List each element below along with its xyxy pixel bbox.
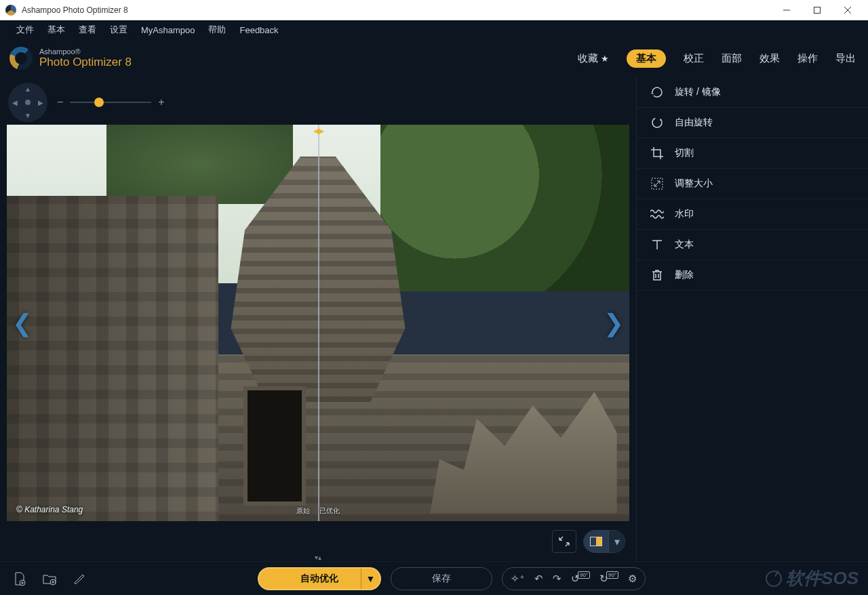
minimize-button[interactable] bbox=[771, 1, 802, 20]
chevron-down-icon: ▼ bbox=[24, 112, 31, 119]
window-title-bar: Ashampoo Photo Optimizer 8 bbox=[0, 0, 868, 20]
tab-face[interactable]: 面部 bbox=[722, 52, 742, 65]
view-tools: ▾ bbox=[4, 527, 632, 556]
delete-icon bbox=[650, 268, 664, 282]
undo-button[interactable]: ↶ bbox=[534, 573, 543, 585]
tab-operate[interactable]: 操作 bbox=[797, 52, 818, 65]
body: ▲ ▼ ◀ ▶ − + ◀▶ bbox=[0, 77, 868, 561]
label-optimized: 已优化 bbox=[319, 506, 340, 516]
text-icon bbox=[650, 238, 664, 251]
previous-image-button[interactable]: ❮ bbox=[12, 309, 33, 337]
brand-line2: Photo Optimizer 8 bbox=[39, 56, 132, 68]
page-watermark: 软件SOS bbox=[766, 567, 859, 590]
app-icon bbox=[5, 5, 16, 16]
photo-credit: © Katharina Stang bbox=[16, 505, 83, 514]
menu-file[interactable]: 文件 bbox=[9, 24, 41, 36]
menu-basic[interactable]: 基本 bbox=[41, 24, 72, 36]
sidebar-item-label: 自由旋转 bbox=[675, 117, 713, 129]
bottom-bar: 自动优化 ▼ 保存 ✧⁺ ↶ ↷ ↺90° ↻90° ⚙ 软件SOS bbox=[0, 561, 868, 595]
canvas-area: ▲ ▼ ◀ ▶ − + ◀▶ bbox=[0, 77, 636, 561]
add-folder-button[interactable] bbox=[39, 569, 60, 589]
sidebar-item-free-rotate[interactable]: 自由旋转 bbox=[637, 108, 868, 138]
pan-center-icon bbox=[25, 100, 31, 105]
sidebar-item-label: 调整大小 bbox=[675, 178, 713, 190]
free-rotate-icon bbox=[650, 116, 664, 129]
collapse-arrows-icon bbox=[558, 535, 570, 548]
fit-screen-button[interactable] bbox=[552, 530, 576, 553]
zoom-in-icon[interactable]: + bbox=[158, 96, 164, 108]
auto-optimize-label: 自动优化 bbox=[300, 573, 338, 585]
chevron-up-icon: ▲ bbox=[24, 85, 31, 93]
sidebar-item-rotate-mirror[interactable]: 旋转 / 镜像 bbox=[637, 77, 868, 108]
zoom-out-icon[interactable]: − bbox=[57, 96, 63, 108]
app-header: Ashampoo® Photo Optimizer 8 收藏★ 基本 校正 面部… bbox=[0, 39, 868, 77]
svg-rect-0 bbox=[814, 7, 820, 13]
tab-basic[interactable]: 基本 bbox=[627, 49, 666, 68]
tab-favorites[interactable]: 收藏★ bbox=[578, 52, 609, 65]
maximize-button[interactable] bbox=[802, 1, 832, 20]
watermark-text: 软件SOS bbox=[786, 567, 859, 590]
compare-mode-toggle[interactable]: ▾ bbox=[583, 530, 625, 553]
pan-control[interactable]: ▲ ▼ ◀ ▶ bbox=[8, 83, 47, 122]
chevron-left-icon: ◀ bbox=[12, 99, 18, 106]
menu-settings[interactable]: 设置 bbox=[103, 24, 134, 36]
compare-labels: 原始 已优化 bbox=[296, 506, 340, 516]
redo-button[interactable]: ↷ bbox=[553, 573, 561, 585]
watermark-icon bbox=[650, 207, 664, 221]
image-viewport[interactable]: ◀▶ ❮ ❯ © Katharina Stang 原始 已优化 bbox=[7, 125, 629, 521]
window-title: Ashampoo Photo Optimizer 8 bbox=[22, 5, 771, 15]
save-label: 保存 bbox=[432, 573, 451, 585]
sidebar-item-text[interactable]: 文本 bbox=[637, 230, 868, 260]
rotate-right-90-button[interactable]: ↻90° bbox=[599, 573, 618, 585]
menu-view[interactable]: 查看 bbox=[72, 24, 103, 36]
sidebar-item-delete[interactable]: 删除 bbox=[637, 260, 868, 291]
magic-wand-button[interactable]: ✧⁺ bbox=[511, 573, 525, 585]
settings-gear-button[interactable]: ⚙ bbox=[628, 573, 637, 585]
resize-icon bbox=[650, 177, 664, 190]
label-original: 原始 bbox=[296, 506, 310, 516]
menu-feedback[interactable]: Feedback bbox=[233, 25, 285, 35]
side-panel: 旋转 / 镜像 自由旋转 切割 调整大小 水印 文本 bbox=[636, 77, 868, 561]
sidebar-item-crop[interactable]: 切割 bbox=[637, 138, 868, 169]
chevron-right-icon: ▶ bbox=[38, 99, 43, 106]
brand-mark-icon bbox=[9, 47, 33, 70]
compare-handle-icon[interactable]: ◀▶ bbox=[313, 126, 323, 136]
sidebar-item-label: 水印 bbox=[675, 208, 694, 220]
zoom-slider[interactable]: − + bbox=[57, 96, 165, 108]
compare-divider[interactable] bbox=[318, 125, 319, 521]
tab-export[interactable]: 导出 bbox=[835, 52, 856, 65]
menu-bar: 文件 基本 查看 设置 MyAshampoo 帮助 Feedback bbox=[0, 20, 868, 39]
app-shell: 文件 基本 查看 设置 MyAshampoo 帮助 Feedback Asham… bbox=[0, 20, 868, 595]
watermark-logo-icon bbox=[763, 567, 785, 590]
tab-correction[interactable]: 校正 bbox=[684, 52, 704, 65]
compare-split-icon bbox=[584, 531, 608, 552]
thumbnail-strip-toggle[interactable]: ▾▴ bbox=[4, 554, 632, 561]
zoom-thumb[interactable] bbox=[94, 98, 104, 107]
tab-effects[interactable]: 效果 bbox=[760, 52, 780, 65]
crop-icon bbox=[650, 146, 664, 160]
add-file-button[interactable] bbox=[9, 569, 30, 589]
menu-help[interactable]: 帮助 bbox=[201, 24, 233, 36]
next-image-button[interactable]: ❯ bbox=[604, 309, 624, 337]
sidebar-item-label: 删除 bbox=[675, 269, 694, 281]
menu-myashampoo[interactable]: MyAshampoo bbox=[134, 25, 201, 35]
save-button[interactable]: 保存 bbox=[391, 567, 492, 590]
quick-actions-group: ✧⁺ ↶ ↷ ↺90° ↻90° ⚙ bbox=[502, 567, 646, 590]
sidebar-item-label: 旋转 / 镜像 bbox=[675, 86, 721, 98]
rotate-mirror-icon bbox=[650, 85, 664, 99]
sidebar-item-label: 文本 bbox=[675, 239, 694, 251]
star-icon: ★ bbox=[601, 54, 609, 64]
auto-optimize-dropdown[interactable]: ▼ bbox=[361, 569, 380, 589]
sidebar-item-watermark[interactable]: 水印 bbox=[637, 199, 868, 230]
close-button[interactable] bbox=[832, 1, 863, 20]
auto-optimize-button[interactable]: 自动优化 ▼ bbox=[258, 567, 381, 590]
compare-dropdown[interactable]: ▾ bbox=[608, 531, 625, 552]
sidebar-item-resize[interactable]: 调整大小 bbox=[637, 169, 868, 199]
sidebar-item-label: 切割 bbox=[675, 147, 694, 159]
top-tabs: 收藏★ 基本 校正 面部 效果 操作 导出 bbox=[578, 49, 856, 68]
brand-logo: Ashampoo® Photo Optimizer 8 bbox=[9, 47, 132, 70]
brush-button[interactable] bbox=[69, 569, 90, 589]
rotate-left-90-button[interactable]: ↺90° bbox=[571, 573, 590, 585]
